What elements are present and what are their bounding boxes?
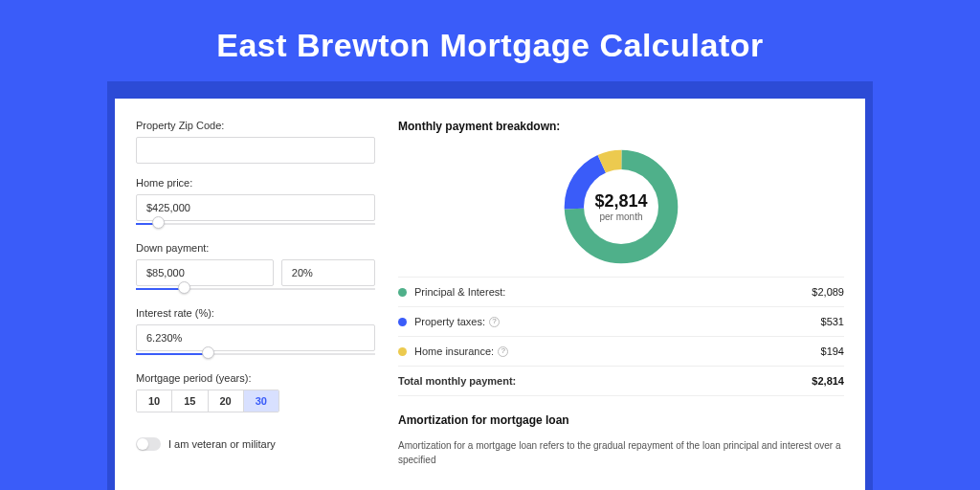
donut-sub: per month — [599, 212, 642, 222]
legend-item-value: $2,089 — [812, 286, 844, 298]
legend: Principal & Interest:$2,089Property taxe… — [398, 277, 844, 396]
donut-chart: $2,814 per month — [563, 148, 679, 265]
veteran-row: I am veteran or military — [136, 437, 375, 451]
price-slider-thumb[interactable] — [152, 216, 165, 229]
price-group: Home price: — [136, 177, 375, 229]
band: Property Zip Code: Home price: Down paym… — [107, 81, 873, 490]
donut-chart-wrap: $2,814 per month — [398, 148, 844, 265]
rate-label: Interest rate (%): — [136, 307, 375, 319]
rate-group: Interest rate (%): — [136, 307, 375, 359]
down-amount-input[interactable] — [136, 259, 274, 286]
rate-slider-fill — [136, 353, 208, 355]
zip-input[interactable] — [136, 137, 375, 164]
down-label: Down payment: — [136, 242, 375, 254]
legend-dot — [398, 288, 407, 297]
legend-item-label: Property taxes:? — [414, 316, 821, 327]
down-pct-input[interactable] — [281, 259, 375, 286]
legend-row: Home insurance:?$194 — [398, 337, 844, 367]
inputs-column: Property Zip Code: Home price: Down paym… — [136, 120, 375, 490]
price-label: Home price: — [136, 177, 375, 189]
legend-total-label: Total monthly payment: — [398, 375, 812, 387]
period-label: Mortgage period (years): — [136, 372, 375, 384]
amortization-section: Amortization for mortgage loan Amortizat… — [398, 413, 844, 467]
donut-value: $2,814 — [594, 191, 647, 212]
period-button-30[interactable]: 30 — [243, 390, 278, 412]
summary-column: Monthly payment breakdown: $2,814 per mo… — [398, 120, 844, 490]
rate-slider-thumb[interactable] — [202, 346, 214, 359]
rate-input[interactable] — [136, 324, 375, 351]
page-title: East Brewton Mortgage Calculator — [0, 0, 980, 81]
legend-item-label: Principal & Interest: — [414, 286, 812, 298]
legend-item-value: $531 — [821, 316, 844, 327]
zip-label: Property Zip Code: — [136, 120, 375, 131]
veteran-toggle[interactable] — [136, 437, 161, 451]
amortization-body: Amortization for a mortgage loan refers … — [398, 438, 844, 467]
legend-item-label: Home insurance:? — [414, 345, 821, 357]
period-button-10[interactable]: 10 — [137, 390, 171, 412]
legend-item-value: $194 — [821, 345, 844, 357]
price-input[interactable] — [136, 194, 375, 221]
legend-total-row: Total monthly payment:$2,814 — [398, 367, 844, 396]
info-icon[interactable]: ? — [489, 317, 500, 327]
down-slider-thumb[interactable] — [178, 281, 190, 294]
legend-dot — [398, 318, 407, 326]
zip-group: Property Zip Code: — [136, 120, 375, 164]
down-slider-fill — [136, 288, 184, 290]
period-button-20[interactable]: 20 — [208, 390, 243, 412]
amortization-heading: Amortization for mortgage loan — [398, 413, 844, 427]
period-buttons: 10152030 — [136, 390, 279, 412]
breakdown-heading: Monthly payment breakdown: — [398, 120, 844, 133]
legend-total-value: $2,814 — [812, 375, 844, 387]
rate-slider[interactable] — [136, 349, 375, 359]
legend-dot — [398, 347, 407, 356]
period-group: Mortgage period (years): 10152030 — [136, 372, 375, 412]
legend-row: Principal & Interest:$2,089 — [398, 278, 844, 307]
legend-row: Property taxes:?$531 — [398, 307, 844, 337]
veteran-label: I am veteran or military — [168, 438, 276, 450]
info-icon[interactable]: ? — [498, 346, 508, 357]
price-slider[interactable] — [136, 219, 375, 229]
down-slider[interactable] — [136, 284, 375, 294]
period-button-15[interactable]: 15 — [171, 390, 207, 412]
calculator-card: Property Zip Code: Home price: Down paym… — [115, 99, 865, 490]
down-group: Down payment: — [136, 242, 375, 294]
